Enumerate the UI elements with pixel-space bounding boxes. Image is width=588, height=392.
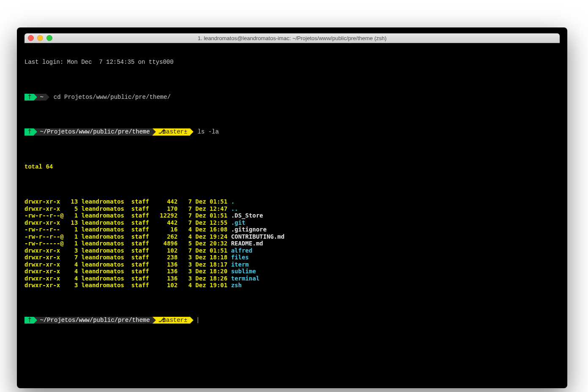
prompt-status-segment: † bbox=[24, 128, 34, 136]
list-item: drwxr-xr-x 5 leandromatos staff 170 7 De… bbox=[24, 205, 560, 212]
prompt-path: ~ bbox=[40, 94, 43, 101]
prompt-path: ~/Projetos/www/public/pre/theme bbox=[40, 128, 150, 136]
last-login-line: Last login: Mon Dec 7 12:54:35 on ttys00… bbox=[24, 59, 560, 66]
command-text: cd Projetos/www/public/pre/theme/ bbox=[54, 94, 171, 101]
branch-name: master± bbox=[163, 128, 188, 136]
prompt-line-3: † ~/Projetos/www/public/pre/theme ⎇ mast… bbox=[24, 317, 560, 324]
file-meta: drwxr-xr-x 3 leandromatos staff 102 7 De… bbox=[24, 247, 231, 254]
directory-name: .. bbox=[231, 205, 238, 212]
file-meta: drwxr-xr-x 5 leandromatos staff 170 7 De… bbox=[24, 205, 231, 212]
prompt-line-1: † ~ cd Projetos/www/public/pre/theme/ bbox=[24, 94, 560, 101]
dagger-icon: † bbox=[28, 94, 31, 101]
dagger-icon: † bbox=[28, 128, 31, 136]
file-meta: drwxr-xr-x 13 leandromatos staff 442 7 D… bbox=[24, 198, 231, 205]
file-meta: drwxr-xr-x 4 leandromatos staff 136 3 De… bbox=[24, 261, 231, 268]
file-meta: -rw-r-----@ 1 leandromatos staff 4896 5 … bbox=[24, 240, 231, 247]
prompt-git-segment: ⎇ master± bbox=[152, 317, 190, 324]
file-meta: drwxr-xr-x 4 leandromatos staff 136 3 De… bbox=[24, 268, 231, 275]
list-item: drwxr-xr-x 3 leandromatos staff 102 4 De… bbox=[24, 282, 560, 289]
directory-name: alfred bbox=[231, 247, 253, 254]
file-meta: -rw-r--r--@ 1 leandromatos staff 262 4 D… bbox=[24, 233, 231, 240]
prompt-line-2: † ~/Projetos/www/public/pre/theme ⎇ mast… bbox=[24, 128, 560, 136]
directory-name: sublime bbox=[231, 268, 256, 275]
list-item: -rw-r--r--@ 1 leandromatos staff 12292 7… bbox=[24, 212, 560, 219]
directory-name: iterm bbox=[231, 261, 249, 268]
branch-name: master± bbox=[163, 317, 188, 324]
file-meta: -rw-r--r-- 1 leandromatos staff 16 4 Dez… bbox=[24, 226, 231, 233]
list-item: drwxr-xr-x 13 leandromatos staff 442 7 D… bbox=[24, 219, 560, 226]
directory-name: .git bbox=[231, 219, 245, 226]
prompt-path: ~/Projetos/www/public/pre/theme bbox=[40, 317, 150, 324]
list-item: drwxr-xr-x 3 leandromatos staff 102 7 De… bbox=[24, 247, 560, 254]
file-meta: drwxr-xr-x 3 leandromatos staff 102 4 De… bbox=[24, 282, 231, 289]
list-item: drwxr-xr-x 4 leandromatos staff 136 3 De… bbox=[24, 268, 560, 275]
branch-icon: ⎇ bbox=[158, 317, 163, 324]
file-name: .gitignore bbox=[231, 226, 267, 233]
terminal-window: 1. leandromatos@leandromatos-imac: ~/Pro… bbox=[24, 33, 560, 382]
branch-icon: ⎇ bbox=[158, 128, 163, 136]
prompt-status-segment: † bbox=[24, 317, 34, 324]
prompt-path-segment: ~/Projetos/www/public/pre/theme bbox=[34, 317, 152, 324]
window-controls bbox=[28, 35, 52, 41]
window-title: 1. leandromatos@leandromatos-imac: ~/Pro… bbox=[24, 35, 560, 41]
list-item: drwxr-xr-x 4 leandromatos staff 136 3 De… bbox=[24, 275, 560, 282]
list-item: drwxr-xr-x 7 leandromatos staff 238 3 De… bbox=[24, 254, 560, 261]
total-line: total 64 bbox=[24, 163, 560, 171]
command-text: ls -la bbox=[198, 128, 219, 136]
close-icon[interactable] bbox=[28, 35, 34, 41]
directory-name: . bbox=[231, 198, 234, 205]
minimize-icon[interactable] bbox=[37, 35, 43, 41]
window-titlebar[interactable]: 1. leandromatos@leandromatos-imac: ~/Pro… bbox=[24, 33, 560, 43]
dagger-icon: † bbox=[28, 317, 31, 324]
list-item: drwxr-xr-x 4 leandromatos staff 136 3 De… bbox=[24, 261, 560, 268]
file-meta: -rw-r--r--@ 1 leandromatos staff 12292 7… bbox=[24, 212, 231, 219]
prompt-status-segment: † bbox=[24, 94, 34, 101]
list-item: -rw-r--r-- 1 leandromatos staff 16 4 Dez… bbox=[24, 226, 560, 233]
file-name: README.md bbox=[231, 240, 263, 247]
directory-name: files bbox=[231, 254, 249, 261]
file-meta: drwxr-xr-x 13 leandromatos staff 442 7 D… bbox=[24, 219, 231, 226]
file-name: .DS_Store bbox=[231, 212, 263, 219]
file-meta: drwxr-xr-x 7 leandromatos staff 238 3 De… bbox=[24, 254, 231, 261]
terminal-body[interactable]: Last login: Mon Dec 7 12:54:35 on ttys00… bbox=[24, 43, 560, 338]
prompt-git-segment: ⎇ master± bbox=[152, 128, 190, 136]
directory-name: zsh bbox=[231, 282, 242, 289]
list-item: -rw-r--r--@ 1 leandromatos staff 262 4 D… bbox=[24, 233, 560, 240]
list-item: -rw-r-----@ 1 leandromatos staff 4896 5 … bbox=[24, 240, 560, 247]
file-listing: drwxr-xr-x 13 leandromatos staff 442 7 D… bbox=[24, 198, 560, 289]
list-item: drwxr-xr-x 13 leandromatos staff 442 7 D… bbox=[24, 198, 560, 205]
file-name: CONTRIBUTING.md bbox=[231, 233, 284, 240]
cursor bbox=[198, 317, 198, 323]
prompt-path-segment: ~/Projetos/www/public/pre/theme bbox=[34, 128, 152, 136]
file-meta: drwxr-xr-x 4 leandromatos staff 136 3 De… bbox=[24, 275, 231, 282]
outer-frame: 1. leandromatos@leandromatos-imac: ~/Pro… bbox=[17, 27, 567, 388]
maximize-icon[interactable] bbox=[46, 35, 52, 41]
directory-name: terminal bbox=[231, 275, 259, 282]
